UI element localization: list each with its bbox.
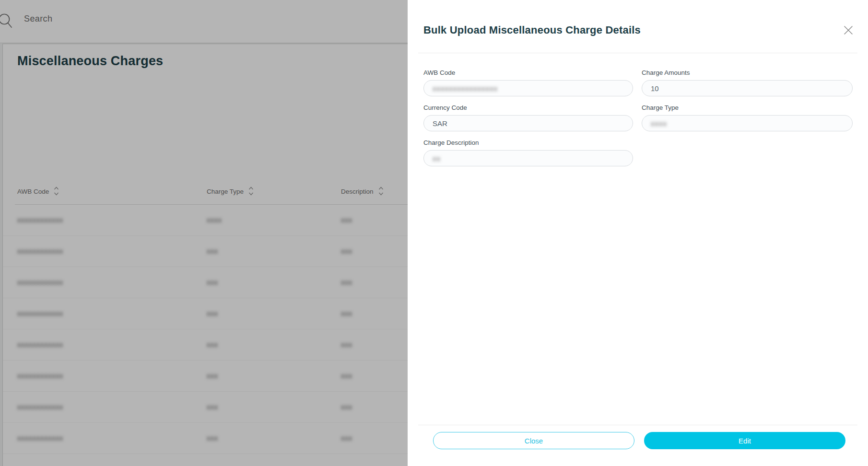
charge-description-field-group: Charge Description xx [423,139,633,166]
form-spacer [642,139,853,166]
drawer-header-divider [418,53,857,53]
currency-code-label: Currency Code [423,104,633,111]
awb-code-label: AWB Code [423,69,633,76]
charge-amounts-value: 10 [651,84,659,93]
currency-code-value: SAR [433,119,447,128]
charge-amounts-field-group: Charge Amounts 10 [642,69,853,96]
drawer-footer-divider [418,425,857,425]
awb-code-field-group: AWB Code xxxxxxxxxxxxxxxx [423,69,633,96]
charge-type-field-group: Charge Type xxxx [642,104,853,131]
currency-code-input[interactable]: SAR [423,115,633,131]
modal-backdrop[interactable] [0,0,408,466]
charge-amounts-label: Charge Amounts [642,69,853,76]
charge-type-input[interactable]: xxxx [642,115,853,131]
charge-amounts-input[interactable]: 10 [642,80,853,96]
drawer-title: Bulk Upload Miscellaneous Charge Details [423,24,641,36]
awb-code-input[interactable]: xxxxxxxxxxxxxxxx [423,80,633,96]
charge-description-label: Charge Description [423,139,633,146]
close-icon[interactable] [841,23,856,37]
charge-description-input[interactable]: xx [423,150,633,166]
charge-type-label: Charge Type [642,104,853,111]
edit-button[interactable]: Edit [644,432,845,449]
charge-description-value: xx [433,154,441,163]
charge-details-form: AWB Code xxxxxxxxxxxxxxxx Charge Amounts… [423,69,853,166]
currency-code-field-group: Currency Code SAR [423,104,633,131]
close-button[interactable]: Close [433,432,634,449]
bulk-upload-charge-details-drawer: Bulk Upload Miscellaneous Charge Details… [408,0,868,466]
charge-type-value: xxxx [651,119,667,128]
awb-code-value: xxxxxxxxxxxxxxxx [433,84,498,93]
